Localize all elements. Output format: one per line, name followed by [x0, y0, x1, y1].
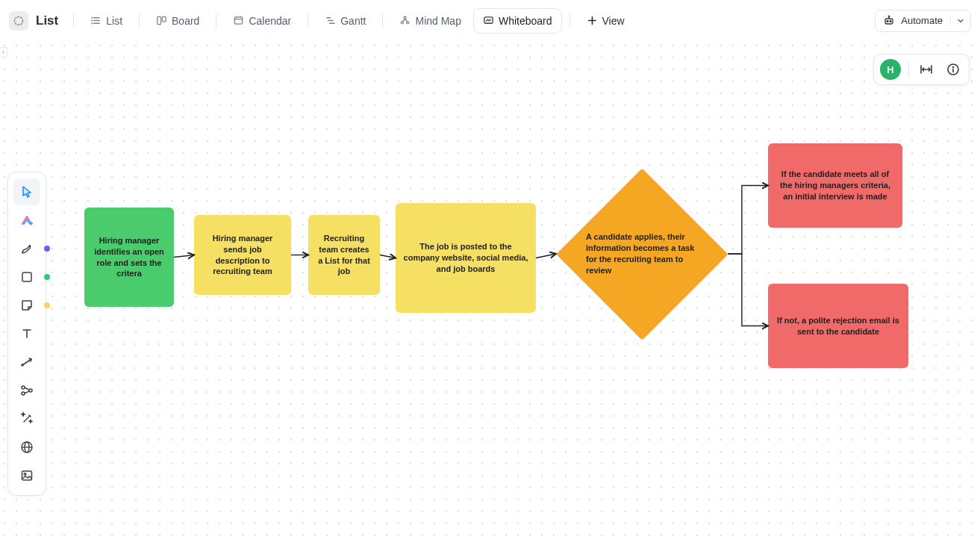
shape-icon	[19, 270, 34, 284]
web-icon	[19, 440, 34, 455]
svg-point-38	[22, 364, 23, 366]
gantt-icon	[325, 15, 336, 26]
tab-label: Whiteboard	[499, 15, 552, 27]
cursor-icon	[19, 184, 34, 199]
svg-point-0	[15, 16, 23, 25]
image-icon	[19, 468, 34, 483]
svg-point-39	[22, 386, 25, 389]
automate-button[interactable]: Automate	[875, 10, 971, 32]
connector-tool[interactable]	[13, 349, 40, 376]
flow-connector	[0, 41, 980, 545]
whiteboard-canvas[interactable]: Hiring manager identifies an open role a…	[0, 41, 980, 545]
svg-point-41	[29, 389, 32, 392]
magic-tool[interactable]	[13, 405, 40, 432]
collapse-handle[interactable]: ‹	[0, 47, 7, 57]
list-logo-chip	[9, 11, 28, 31]
chevron-down-icon	[957, 17, 964, 25]
page-title: List	[36, 13, 58, 28]
divider	[73, 13, 74, 28]
svg-rect-9	[235, 17, 243, 24]
fit-width-button[interactable]	[917, 60, 936, 79]
svg-point-17	[402, 22, 404, 24]
web-embed-tool[interactable]	[13, 434, 40, 461]
automate-label: Automate	[901, 15, 943, 26]
color-indicator	[44, 302, 50, 308]
color-indicator	[44, 246, 50, 252]
svg-point-26	[889, 16, 890, 17]
svg-point-23	[887, 20, 888, 22]
relations-tool[interactable]	[13, 377, 40, 404]
svg-point-40	[22, 392, 25, 395]
color-indicator	[44, 274, 50, 280]
pen-tool[interactable]	[13, 235, 40, 262]
text-tool[interactable]	[13, 320, 40, 347]
list-icon	[90, 15, 102, 26]
tab-gantt[interactable]: Gantt	[316, 9, 375, 33]
svg-rect-35	[22, 272, 31, 281]
connector-icon	[19, 355, 34, 370]
canvas-info-panel: H	[873, 54, 970, 85]
fit-width-icon	[920, 63, 933, 76]
plus-icon	[587, 15, 598, 26]
tab-label: List	[106, 15, 122, 27]
svg-point-18	[407, 22, 409, 24]
image-tool[interactable]	[13, 462, 40, 489]
svg-point-5	[92, 20, 93, 21]
avatar[interactable]: H	[880, 59, 901, 80]
svg-point-24	[890, 20, 891, 22]
svg-point-4	[92, 17, 93, 18]
shape-tool[interactable]	[13, 264, 40, 290]
magic-icon	[19, 411, 34, 426]
top-bar: List List Board Calendar Gantt Mind Map …	[0, 0, 980, 41]
tab-label: Board	[172, 15, 199, 27]
tab-list[interactable]: List	[81, 9, 131, 33]
add-view-label: View	[602, 15, 625, 27]
divider	[139, 13, 140, 28]
whiteboard-icon	[483, 15, 494, 26]
text-icon	[19, 326, 34, 341]
svg-rect-45	[22, 471, 32, 480]
svg-point-16	[404, 16, 406, 19]
sticky-icon	[19, 298, 34, 313]
mindmap-icon	[399, 15, 411, 26]
info-icon	[946, 63, 960, 76]
tab-whiteboard[interactable]: Whiteboard	[473, 8, 562, 34]
svg-rect-8	[162, 16, 166, 22]
info-button[interactable]	[943, 60, 963, 79]
robot-icon	[883, 15, 895, 27]
divider	[908, 61, 909, 78]
whiteboard-toolbar	[7, 172, 46, 496]
divider	[308, 13, 308, 28]
add-view-button[interactable]: View	[578, 9, 634, 33]
pen-icon	[19, 241, 34, 256]
svg-point-31	[953, 67, 954, 68]
tab-mindmap[interactable]: Mind Map	[390, 9, 469, 33]
tab-label: Gantt	[340, 15, 366, 27]
divider	[569, 13, 570, 28]
svg-rect-7	[157, 16, 161, 24]
tab-label: Calendar	[249, 15, 291, 27]
tasks-tool[interactable]	[13, 207, 40, 234]
sticky-note-tool[interactable]	[13, 292, 40, 319]
tasks-icon	[19, 213, 34, 228]
relations-icon	[19, 383, 34, 398]
divider	[216, 13, 216, 28]
tab-label: Mind Map	[415, 15, 461, 27]
board-icon	[156, 15, 167, 26]
divider	[382, 13, 383, 28]
svg-point-46	[24, 473, 26, 476]
calendar-icon	[233, 15, 244, 26]
tab-calendar[interactable]: Calendar	[224, 9, 300, 33]
svg-point-6	[92, 23, 93, 24]
tab-board[interactable]: Board	[147, 9, 208, 33]
cursor-tool[interactable]	[13, 178, 40, 205]
